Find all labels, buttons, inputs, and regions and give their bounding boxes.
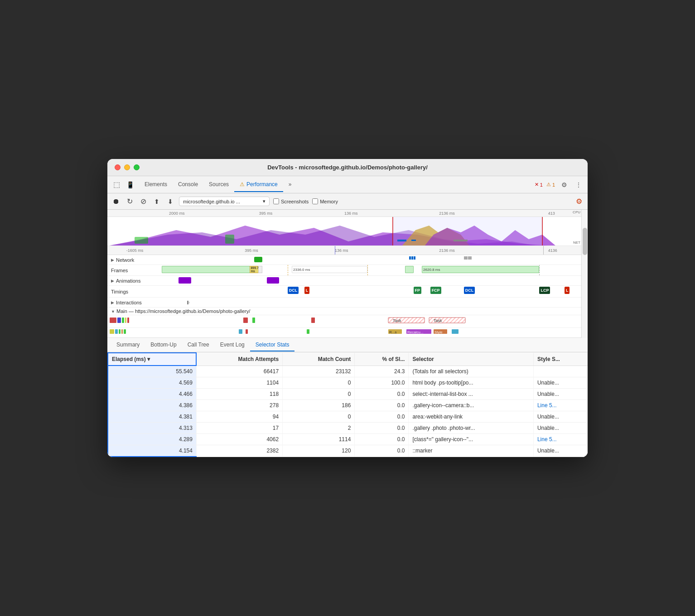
overview-chart[interactable]: 2000 ms 395 ms 136 ms 2136 ms 413 CPU: [107, 210, 581, 246]
tab-bar-right: ✕ 1 ⚠ 1 ⚙ ⋮: [535, 179, 584, 190]
frame-2620-label: 2620.8 ms: [423, 268, 440, 272]
table-row: 4.15423821200.0::markerUnable...: [108, 445, 588, 457]
url-selector[interactable]: microsoftedge.github.io ... ▾: [179, 197, 270, 206]
tab-console[interactable]: Console: [173, 178, 203, 192]
dcl-badge: DCL: [289, 288, 298, 293]
elapsed-header[interactable]: Elapsed (ms) ▾: [108, 353, 196, 366]
table-cell: 94: [196, 411, 282, 423]
style-sheet-header[interactable]: Style S...: [533, 353, 587, 366]
title-bar: DevTools - microsoftedge.github.io/Demos…: [107, 159, 588, 176]
performance-timeline-main: 2000 ms 395 ms 136 ms 2136 ms 413 CPU: [107, 210, 581, 338]
table-row: 4.56911040100.0html body .ps-tooltip[po.…: [108, 377, 588, 389]
tab-selector-stats[interactable]: Selector Stats: [250, 339, 295, 351]
animations-expand-icon[interactable]: ▶: [111, 279, 114, 283]
svg-text:Recalcu...: Recalcu...: [407, 330, 424, 334]
network-row: ▶ Network: [107, 255, 581, 265]
svg-rect-14: [127, 318, 129, 323]
table-cell: 66417: [196, 366, 282, 377]
device-mode-icon[interactable]: 📱: [125, 179, 135, 190]
selector-header[interactable]: Selector: [409, 353, 533, 366]
svg-rect-17: [311, 318, 315, 323]
ruler-mark-4136: 4136: [548, 248, 557, 253]
table-cell: 2382: [196, 445, 282, 457]
table-cell: Unable...: [533, 377, 587, 389]
record-button[interactable]: ⏺: [111, 197, 121, 207]
match-attempts-header[interactable]: Match Attempts: [196, 353, 282, 366]
tab-elements[interactable]: Elements: [139, 178, 173, 192]
minimize-button[interactable]: [124, 164, 130, 170]
tab-call-tree[interactable]: Call Tree: [182, 339, 215, 351]
timeline-scrollbar[interactable]: [581, 210, 588, 338]
table-cell: 118: [196, 389, 282, 400]
timings-content: DCL L FP FCP DCL: [162, 286, 581, 297]
refresh-record-button[interactable]: ↻: [125, 197, 135, 207]
maximize-button[interactable]: [134, 164, 140, 170]
table-cell: 100.0: [355, 377, 409, 389]
svg-rect-38: [452, 329, 459, 334]
tab-sources[interactable]: Sources: [203, 178, 234, 192]
upload-button[interactable]: ⬆: [152, 197, 162, 207]
download-button[interactable]: ⬇: [165, 197, 175, 207]
interactions-label[interactable]: ▶ Interactions: [107, 300, 162, 305]
table-cell: (Totals for all selectors): [409, 366, 533, 377]
tab-bottom-up[interactable]: Bottom-Up: [145, 339, 182, 351]
ruler-mark-neg1605: -1605 ms: [126, 248, 144, 253]
main-thread-expand-icon[interactable]: ▼: [111, 309, 115, 314]
window-title: DevTools - microsoftedge.github.io/Demos…: [267, 164, 428, 171]
table-cell: 278: [196, 400, 282, 411]
interactions-expand-icon[interactable]: ▶: [111, 300, 114, 305]
match-count-header[interactable]: Match Count: [283, 353, 355, 366]
animations-label[interactable]: ▶ Animations: [107, 278, 162, 284]
more-menu-icon[interactable]: ⋮: [573, 179, 584, 190]
memory-checkbox[interactable]: [312, 198, 318, 204]
table-cell: 4.386: [108, 400, 196, 411]
clear-button[interactable]: ⊘: [138, 197, 148, 207]
svg-rect-12: [122, 318, 124, 323]
close-button[interactable]: [115, 164, 121, 170]
net-bars: [107, 240, 575, 243]
tab-performance[interactable]: ⚠ Performance: [234, 178, 283, 192]
dcl-badge-2: DCL: [465, 288, 474, 293]
screenshots-checkbox[interactable]: [273, 198, 279, 204]
interactions-row: ▶ Interactions: [107, 298, 581, 308]
network-expand-icon[interactable]: ▶: [111, 258, 114, 262]
timings-row: Timings DCL L FP: [107, 286, 581, 298]
table-row: 55.540664172313224.3(Totals for all sele…: [108, 366, 588, 377]
table-row: 4.289406211140.0[class*=" gallery-icon--…: [108, 434, 588, 445]
table-cell: 0.0: [355, 445, 409, 457]
table-cell: select:-internal-list-box ...: [409, 389, 533, 400]
svg-rect-31: [307, 329, 309, 334]
capture-settings-icon[interactable]: ⚙: [574, 197, 584, 207]
table-cell: html body .ps-tooltip[po...: [409, 377, 533, 389]
table-cell: Unable...: [533, 389, 587, 400]
svg-text:Task: Task: [434, 318, 442, 323]
table-cell: .gallery-icon--camera::b...: [409, 400, 533, 411]
table-cell: 0.0: [355, 400, 409, 411]
table-cell[interactable]: Line 5...: [533, 434, 587, 445]
svg-rect-28: [124, 329, 126, 334]
time-mark-136: 136 ms: [344, 211, 358, 216]
tab-more[interactable]: »: [283, 178, 297, 192]
table-cell[interactable]: Line 5...: [533, 400, 587, 411]
inspect-icon[interactable]: ⬚: [111, 179, 122, 190]
timeline-scroll-thumb[interactable]: [583, 228, 587, 255]
percent-header[interactable]: % of Sl...: [355, 353, 409, 366]
performance-timeline-container: 2000 ms 395 ms 136 ms 2136 ms 413 CPU: [107, 210, 588, 338]
table-cell: 4.289: [108, 434, 196, 445]
warning-badge[interactable]: ⚠ 1: [546, 182, 555, 188]
table-row: 4.3131720.0.gallery .photo .photo-wr...U…: [108, 423, 588, 434]
tab-summary[interactable]: Summary: [111, 339, 145, 351]
svg-rect-25: [115, 329, 118, 334]
settings-icon[interactable]: ⚙: [559, 179, 570, 190]
table-cell: Unable...: [533, 445, 587, 457]
frames-content: 899.7 ms 2336.0 ms 2620.8 ms: [162, 265, 581, 275]
error-badge[interactable]: ✕ 1: [535, 182, 543, 188]
l-badge-2: L: [566, 288, 569, 293]
network-label[interactable]: ▶ Network: [107, 257, 162, 263]
tab-event-log[interactable]: Event Log: [215, 339, 250, 351]
table-cell: 24.3: [355, 366, 409, 377]
svg-rect-10: [110, 318, 116, 323]
frame-2336-label: 2336.0 ms: [293, 268, 310, 272]
table-cell: 4.154: [108, 445, 196, 457]
error-icon: ✕: [535, 182, 539, 188]
